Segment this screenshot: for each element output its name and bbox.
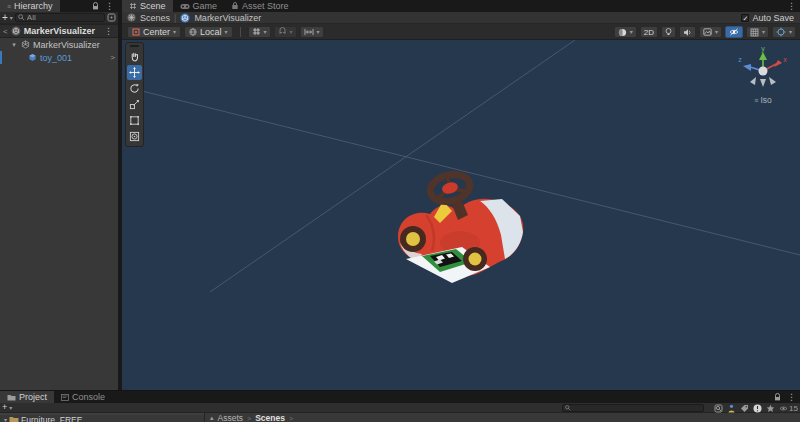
grid-snapping-button[interactable]: ▾ [248,26,271,38]
project-searchbox[interactable] [562,404,704,412]
pivot-mode-button[interactable]: Center ▾ [127,26,181,38]
hierarchy-kebab-menu-icon[interactable]: ⋮ [103,1,116,11]
move-snap-button[interactable]: ▾ [300,26,324,38]
favorites-star-icon[interactable] [766,404,775,413]
tab-console[interactable]: Console [54,391,112,403]
hierarchy-search-input[interactable] [27,14,102,22]
gizmo-x-cone[interactable] [774,60,782,67]
tab-asset-store[interactable]: Asset Store [224,0,296,12]
project-search-input[interactable] [573,405,701,412]
search-by-label-icon[interactable] [740,404,749,413]
gizmo-neg-cone[interactable] [760,79,766,87]
hierarchy-searchbox[interactable] [15,13,105,22]
caret-down-icon: ▾ [290,29,293,35]
gizmo-z-label: z [738,56,742,63]
axis-gizmo[interactable]: y x z [734,46,792,92]
scale-tool[interactable] [127,97,142,112]
search-picker-icon[interactable] [714,404,723,413]
hierarchy-item-toy-001[interactable]: toy_001 > [0,51,118,64]
project-kebab-menu-icon[interactable]: ⋮ [785,392,798,402]
toy-car-model[interactable] [398,171,523,283]
picker-icon[interactable] [107,13,116,22]
tab-hierarchy[interactable]: ≡ Hierarchy [0,0,60,12]
scene-tabbar: Scene Game Asset Store ⋮ [122,0,800,12]
breadcrumb-scenes[interactable]: Scenes [140,13,170,23]
collapse-arrow-icon[interactable]: ▴ [210,414,214,422]
scene-header-kebab-icon[interactable]: ⋮ [102,26,115,36]
hierarchy-item-markervisualizer[interactable]: ▾ MarkerVisualizer [0,38,118,51]
gizmo-y-cone[interactable] [759,52,767,60]
auto-save-checkbox[interactable]: ✓ [741,14,749,22]
scene-lighting-button[interactable] [661,26,676,38]
project-tabbar: Project Console ⋮ [0,391,800,403]
component-tools-button[interactable]: ▾ [772,26,796,38]
hidden-packages-count[interactable]: 15 [779,404,798,413]
snap-increment-button[interactable]: ▾ [274,26,297,38]
folder-row-furniture-free[interactable]: ▾ Furniture_FREE [0,415,205,422]
2d-label: 2D [644,28,654,37]
orientation-mode-button[interactable]: Local ▾ [184,26,233,38]
scene-tools-palette[interactable] [125,42,144,147]
scenes-breadcrumb-icon [127,13,136,22]
foldout-icon[interactable]: ▾ [10,41,18,49]
folder-label: Furniture_FREE [21,415,82,422]
scene-toolbar: Center ▾ Local ▾ ▾ ▾ ▾ [122,24,800,40]
gizmo-z-cone[interactable] [743,64,751,71]
info-icon[interactable] [753,404,762,413]
gizmo-neg-cone[interactable] [750,77,756,85]
eye-icon [779,405,788,412]
lock-icon[interactable] [774,393,781,401]
scene-effects-button[interactable]: ▾ [699,26,722,38]
breadcrumb-scenes-folder[interactable]: Scenes [255,413,285,422]
scene-3d-render [122,40,800,390]
project-toolbar-icons: 15 [714,403,798,413]
2d-mode-button[interactable]: 2D [640,26,658,38]
project-add-caret-icon[interactable]: ▾ [9,405,12,411]
search-by-type-icon[interactable] [727,404,736,413]
view-hand-tool[interactable] [127,49,142,64]
search-icon [18,14,25,21]
transform-tool[interactable] [127,129,142,144]
hierarchy-add-caret-icon[interactable]: ▾ [10,15,13,21]
breadcrumb-current-scene[interactable]: MarkerVisualizer [194,13,261,23]
scene-panel: Scene Game Asset Store ⋮ Scenes | Marker… [122,0,800,390]
move-tool[interactable] [127,65,142,80]
grid-icon [750,28,759,37]
breadcrumb-separator-icon: > [289,415,293,422]
auto-save-control[interactable]: ✓ Auto Save [741,12,794,24]
lock-icon[interactable] [92,2,99,10]
hierarchy-panel: ≡ Hierarchy ⋮ + ▾ < MarkerVisualizer ⋮ ▾ [0,0,120,390]
orientation-gizmo[interactable]: y x z ≡ Iso [734,46,792,105]
scene-audio-button[interactable] [679,26,696,38]
projection-mode-toggle[interactable]: ≡ Iso [734,95,792,105]
tab-scene[interactable]: Scene [122,0,173,12]
hierarchy-scene-header[interactable]: < MarkerVisualizer ⋮ [0,24,118,38]
rotate-tool[interactable] [127,81,142,96]
shading-mode-button[interactable]: ▾ [614,26,637,38]
tab-project[interactable]: Project [0,391,54,403]
scene-visibility-button[interactable] [725,26,743,38]
hierarchy-item-label: toy_001 [40,53,72,63]
unity-scene-icon [180,13,190,23]
light-bulb-icon [665,28,672,37]
project-folder-tree[interactable]: ▾ Furniture_FREE [0,413,205,422]
gizmo-neg-cone[interactable] [769,77,776,85]
grid-visibility-button[interactable]: ▾ [746,26,769,38]
gizmo-center-sphere[interactable] [759,67,768,76]
rotate-icon [129,83,140,94]
rect-tool[interactable] [127,113,142,128]
scene-panel-kebab-icon[interactable]: ⋮ [785,1,798,11]
scene-back-chevron-icon[interactable]: < [3,27,8,36]
project-add-button[interactable]: + [2,403,7,412]
tab-game[interactable]: Game [173,0,225,12]
breadcrumb-assets[interactable]: Assets [218,413,244,422]
scene-viewport[interactable]: y x z ≡ Iso [122,40,800,390]
globe-icon [189,28,197,36]
hierarchy-add-button[interactable]: + [2,13,8,23]
palette-drag-handle[interactable] [127,44,142,48]
prefab-expand-chevron-icon[interactable]: > [110,53,115,62]
game-tab-label: Game [193,1,218,11]
caret-down-icon: ▾ [715,29,718,35]
caret-down-icon: ▾ [317,29,320,35]
foldout-icon[interactable]: ▾ [4,416,7,422]
